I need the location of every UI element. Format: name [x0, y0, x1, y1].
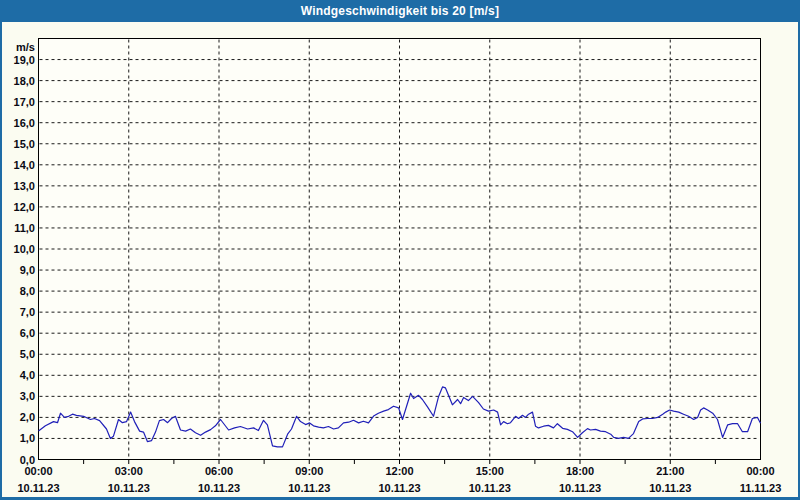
- svg-text:6,0: 6,0: [20, 327, 35, 339]
- svg-text:0,0: 0,0: [20, 454, 35, 466]
- svg-text:18,0: 18,0: [14, 75, 35, 87]
- svg-text:15,0: 15,0: [14, 138, 35, 150]
- svg-text:16,0: 16,0: [14, 117, 35, 129]
- svg-text:12,0: 12,0: [14, 201, 35, 213]
- svg-text:10.11.23: 10.11.23: [17, 482, 59, 494]
- svg-text:9,0: 9,0: [20, 264, 35, 276]
- svg-text:8,0: 8,0: [20, 285, 35, 297]
- chart-window: Windgeschwindigkeit bis 20 [m/s] 0,01,02…: [0, 0, 800, 500]
- svg-text:17,0: 17,0: [14, 96, 35, 108]
- svg-text:14,0: 14,0: [14, 159, 35, 171]
- svg-text:10.11.23: 10.11.23: [559, 482, 601, 494]
- svg-text:10.11.23: 10.11.23: [649, 482, 691, 494]
- svg-text:19,0: 19,0: [14, 54, 35, 66]
- svg-text:00:00: 00:00: [24, 465, 52, 477]
- svg-text:18:00: 18:00: [566, 465, 594, 477]
- svg-text:3,0: 3,0: [20, 390, 35, 402]
- svg-text:00:00: 00:00: [746, 465, 774, 477]
- svg-text:12:00: 12:00: [385, 465, 413, 477]
- svg-text:10.11.23: 10.11.23: [198, 482, 240, 494]
- svg-text:5,0: 5,0: [20, 348, 35, 360]
- svg-text:03:00: 03:00: [115, 465, 143, 477]
- svg-text:7,0: 7,0: [20, 306, 35, 318]
- svg-text:15:00: 15:00: [476, 465, 504, 477]
- svg-text:13,0: 13,0: [14, 180, 35, 192]
- svg-text:10,0: 10,0: [14, 243, 35, 255]
- y-axis-labels: 0,01,02,03,04,05,06,07,08,09,010,011,012…: [14, 41, 35, 466]
- svg-text:10.11.23: 10.11.23: [288, 482, 330, 494]
- svg-text:11,0: 11,0: [14, 222, 35, 234]
- svg-text:09:00: 09:00: [295, 465, 323, 477]
- x-axis-ticks: [84, 460, 716, 465]
- svg-text:11.11.23: 11.11.23: [740, 482, 782, 494]
- svg-text:1,0: 1,0: [20, 432, 35, 444]
- svg-text:06:00: 06:00: [205, 465, 233, 477]
- svg-text:2,0: 2,0: [20, 411, 35, 423]
- wind-speed-chart: 0,01,02,03,04,05,06,07,08,09,010,011,012…: [0, 0, 800, 500]
- svg-text:21:00: 21:00: [656, 465, 684, 477]
- svg-text:4,0: 4,0: [20, 369, 35, 381]
- svg-text:10.11.23: 10.11.23: [378, 482, 420, 494]
- svg-text:10.11.23: 10.11.23: [469, 482, 511, 494]
- svg-text:10.11.23: 10.11.23: [108, 482, 150, 494]
- y-axis-unit: m/s: [16, 41, 35, 53]
- x-axis-labels: 00:0010.11.2303:0010.11.2306:0010.11.230…: [17, 465, 781, 494]
